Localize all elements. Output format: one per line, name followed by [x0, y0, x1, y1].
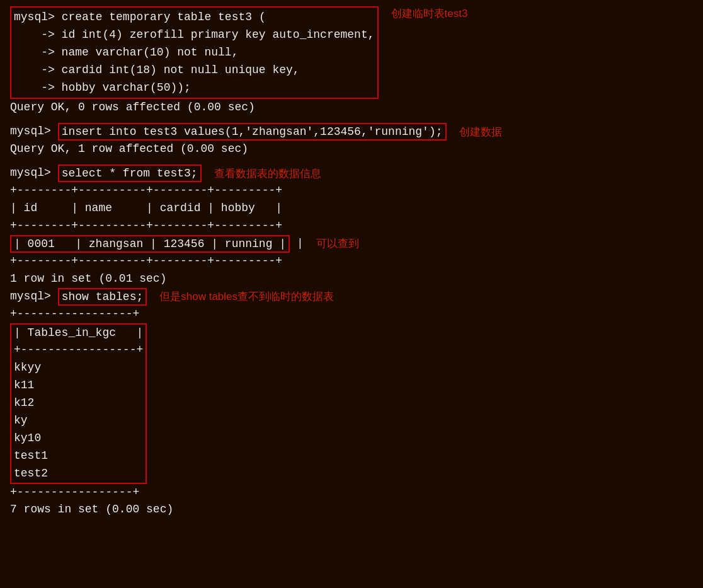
st-row-k12: k12: [11, 395, 146, 412]
mysql-prompt-1: mysql>: [14, 11, 62, 23]
mysql-prompt-3: mysql>: [10, 164, 58, 182]
st-sep-mid: +-----------------+: [11, 342, 146, 359]
create-line-2: -> id int(4) zerofill primary key auto_i…: [14, 28, 375, 41]
create-table-block: mysql> create temporary table test3 ( ->…: [10, 6, 693, 117]
insert-annotation: 创建数据: [459, 125, 502, 139]
create-table-annotation: 创建临时表test3: [391, 6, 468, 21]
select-block: mysql> select * from test3; 查看数据表的数据信息 +…: [10, 164, 693, 287]
insert-command: insert into test3 values(1,'zhangsan',12…: [58, 123, 447, 141]
table-sep-top: +--------+----------+--------+---------+: [10, 182, 693, 200]
show-tables-result: +-----------------+ | Tables_in_kgc | +-…: [10, 306, 693, 502]
st-row-test1: test1: [11, 447, 146, 465]
select-annotation: 查看数据表的数据信息: [214, 166, 321, 181]
select-response: 1 row in set (0.01 sec): [10, 270, 693, 288]
select-table: +--------+----------+--------+---------+…: [10, 182, 693, 270]
create-table-command: mysql> create temporary table test3 ( ->…: [10, 6, 379, 99]
mysql-prompt-2: mysql>: [10, 123, 58, 141]
show-tables-block: mysql> show tables; 但是show tables查不到临时的数…: [10, 288, 693, 519]
create-line-1: create temporary table test3 (: [62, 11, 266, 23]
create-line-4: -> cardid int(18) not null unique key,: [14, 64, 300, 76]
show-tables-annotation: 但是show tables查不到临时的数据表: [159, 289, 334, 304]
st-header: | Tables_in_kgc |: [11, 325, 146, 342]
st-row-kkyy: kkyy: [11, 359, 146, 377]
data-row-annotation: 可以查到: [316, 236, 359, 251]
insert-block: mysql> insert into test3 values(1,'zhang…: [10, 123, 693, 158]
create-table-response: Query OK, 0 rows affected (0.00 sec): [10, 99, 693, 117]
terminal-window: mysql> create temporary table test3 ( ->…: [10, 6, 693, 519]
table-data-row: | 0001 | zhangsan | 123456 | running |: [10, 235, 290, 253]
st-row-test2: test2: [11, 465, 146, 483]
table-sep-mid: +--------+----------+--------+---------+: [10, 217, 693, 235]
show-tables-response: 7 rows in set (0.00 sec): [10, 501, 693, 519]
st-sep-top: +-----------------+: [10, 306, 693, 323]
st-row-ky10: ky10: [11, 430, 146, 447]
create-line-3: -> name varchar(10) not null,: [14, 46, 238, 59]
table-sep-bottom: +--------+----------+--------+---------+: [10, 253, 693, 270]
st-sep-bottom: +-----------------+: [10, 484, 693, 502]
st-row-ky: ky: [11, 412, 146, 430]
insert-response: Query OK, 1 row affected (0.00 sec): [10, 141, 693, 158]
show-tables-command: show tables;: [58, 288, 147, 306]
table-header: | id | name | cardid | hobby |: [10, 200, 693, 217]
table-data-row-container: | 0001 | zhangsan | 123456 | running | |…: [10, 235, 693, 253]
create-line-5: -> hobby varchar(50));: [14, 81, 191, 94]
st-box: | Tables_in_kgc | +-----------------+ kk…: [10, 323, 147, 484]
select-command: select * from test3;: [58, 164, 202, 182]
mysql-prompt-4: mysql>: [10, 288, 58, 306]
st-row-k11: k11: [11, 377, 146, 395]
